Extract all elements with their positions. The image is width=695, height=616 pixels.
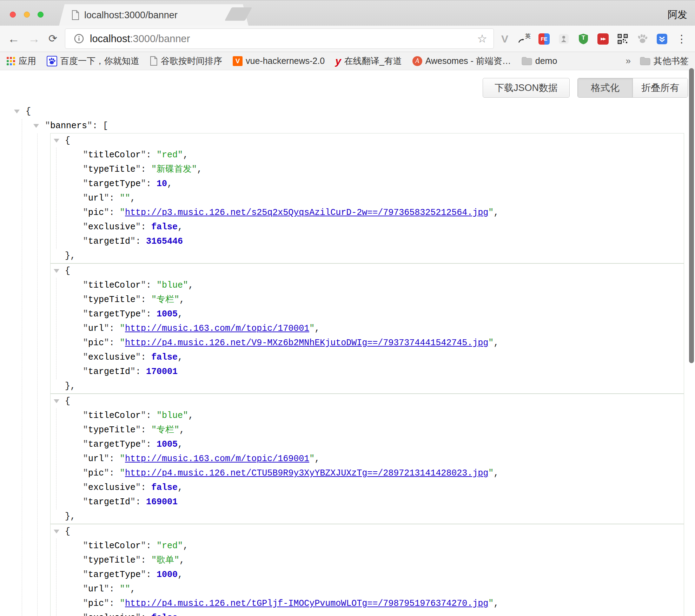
json-token: " <box>83 541 88 551</box>
json-token: , <box>315 323 320 334</box>
json-line: "typeTitle": "专栏", <box>51 423 684 437</box>
download-manager-icon[interactable] <box>656 33 668 45</box>
json-token: " <box>120 208 125 218</box>
json-token: " <box>83 555 88 565</box>
forward-button-icon: → <box>28 31 40 46</box>
json-token: , <box>494 598 499 609</box>
collapse-toggle-icon[interactable] <box>54 269 59 273</box>
json-token: , <box>183 150 188 160</box>
browser-menu-icon[interactable]: ⋮ <box>675 33 688 45</box>
json-line: "typeTitle": "专栏", <box>51 293 684 307</box>
indent-guide <box>22 119 22 616</box>
vertical-scrollbar-thumb[interactable] <box>689 68 694 363</box>
bookmark-star-icon[interactable]: ☆ <box>477 32 487 45</box>
json-token: " <box>141 309 146 319</box>
json-token: " <box>141 179 146 189</box>
close-window-button[interactable] <box>10 12 16 18</box>
collapse-all-button[interactable]: 折叠所有 <box>633 78 688 97</box>
zoom-window-button[interactable] <box>38 12 44 18</box>
json-token: , <box>188 411 193 421</box>
bookmark-awesomes[interactable]: A Awesomes - 前端资… <box>412 55 511 67</box>
bookmarks-bar: 应用 百度一下，你就知道 谷歌按时间排序 <box>0 52 695 70</box>
browser-tab[interactable]: localhost:3000/banner × <box>59 4 249 26</box>
json-token: " <box>125 584 130 594</box>
json-token: " <box>120 338 125 348</box>
format-button[interactable]: 格式化 <box>578 78 633 97</box>
reload-button-icon[interactable]: ⟳ <box>48 31 57 46</box>
json-token: " <box>488 208 494 218</box>
collapse-toggle-icon[interactable] <box>54 530 59 533</box>
json-token: 专栏 <box>157 295 174 305</box>
json-token: : <box>146 541 157 551</box>
json-token: " <box>125 193 130 203</box>
json-line: "titleColor": "blue", <box>51 278 684 293</box>
bookmark-folder-demo[interactable]: demo <box>522 56 557 66</box>
bookmark-label: vue-hackernews-2.0 <box>246 56 325 66</box>
json-token: " <box>83 222 88 232</box>
json-token: " <box>83 150 88 160</box>
apps-shortcut[interactable]: 应用 <box>6 55 36 67</box>
json-url-link[interactable]: http://p4.music.126.net/tGPljf-IMOCyPvum… <box>125 598 488 609</box>
json-token: typeTitle <box>88 425 135 435</box>
json-token: exclusive <box>88 352 135 362</box>
youdao-icon: y <box>335 56 341 66</box>
json-token: titleColor <box>88 150 141 160</box>
json-token: " <box>130 367 135 377</box>
bookmark-label: 谷歌按时间排序 <box>161 55 222 67</box>
json-token: : <box>135 236 146 247</box>
browser-toolbar: ← → ⟳ localhost:3000/banner ☆ V 英 FE <box>0 26 695 52</box>
json-token: , <box>197 164 202 175</box>
profile-name[interactable]: 阿发 <box>668 8 687 21</box>
json-token: " <box>120 323 125 334</box>
bookmarks-overflow-chevron[interactable]: » <box>626 55 631 66</box>
minimize-window-button[interactable] <box>24 12 30 18</box>
json-url-link[interactable]: http://p4.music.126.net/V9-MXz6b2MNhEKju… <box>125 338 488 348</box>
qrcode-icon[interactable] <box>616 33 629 45</box>
json-token: 1005 <box>157 439 178 450</box>
collapse-toggle-icon[interactable] <box>54 399 59 403</box>
video-speed-icon[interactable]: ▶▶ <box>597 33 609 45</box>
url-text[interactable]: localhost:3000/banner <box>90 33 190 45</box>
json-line: "exclusive": false, <box>51 350 684 365</box>
json-url-link[interactable]: http://p3.music.126.net/s25q2x5QyqsAzilC… <box>125 208 488 218</box>
json-line: "pic": "http://p3.music.126.net/s25q2x5Q… <box>51 205 684 220</box>
json-token: " <box>83 425 88 435</box>
vue-devtools-icon[interactable]: V <box>498 33 511 45</box>
bookmark-baidu[interactable]: 百度一下，你就知道 <box>47 55 139 67</box>
json-token: : <box>135 367 146 377</box>
tampermonkey-shield-icon[interactable]: T <box>577 33 590 45</box>
paw-icon[interactable] <box>636 33 649 45</box>
json-token: [ <box>103 121 108 131</box>
json-token: false <box>151 483 178 493</box>
collapse-toggle-icon[interactable] <box>54 139 59 143</box>
translate-icon[interactable]: 英 <box>518 33 531 45</box>
other-bookmarks-folder[interactable]: 其他书签 <box>640 55 689 67</box>
json-line: "targetType": 1005, <box>51 437 684 452</box>
bookmark-vue-hackernews[interactable]: V vue-hackernews-2.0 <box>233 56 325 66</box>
fe-extension-icon[interactable]: FE <box>538 33 550 45</box>
json-url-link[interactable]: http://music.163.com/m/topic/170001 <box>125 323 309 334</box>
json-line: "targetType": 1005, <box>51 307 684 321</box>
back-button-icon[interactable]: ← <box>8 31 20 46</box>
json-token: targetType <box>88 309 141 319</box>
page-info-icon[interactable] <box>74 33 84 44</box>
collapse-toggle-icon[interactable] <box>14 110 20 113</box>
download-json-button[interactable]: 下载JSON数据 <box>483 78 570 98</box>
bookmark-google-sort[interactable]: 谷歌按时间排序 <box>150 55 222 67</box>
json-token: exclusive <box>88 483 135 493</box>
bookmark-youdao[interactable]: y 在线翻译_有道 <box>335 55 402 67</box>
json-token: " <box>83 483 88 493</box>
json-token: : <box>141 295 151 305</box>
person-gray-icon[interactable] <box>557 33 570 45</box>
json-viewer: {"banners": [{"titleColor": "red","typeT… <box>0 104 695 616</box>
json-token: , <box>315 454 320 464</box>
json-token: " <box>192 164 197 175</box>
json-token: " <box>83 338 88 348</box>
json-url-link[interactable]: http://p4.music.126.net/CTU5B9R9y3XyYBZX… <box>125 468 488 478</box>
json-token: { <box>65 526 70 537</box>
address-bar[interactable]: localhost:3000/banner ☆ <box>65 28 494 49</box>
collapse-toggle-icon[interactable] <box>33 124 39 128</box>
json-url-link[interactable]: http://music.163.com/m/topic/169001 <box>125 454 309 464</box>
json-line: { <box>51 264 684 278</box>
json-line: "banners": [ <box>0 119 695 133</box>
